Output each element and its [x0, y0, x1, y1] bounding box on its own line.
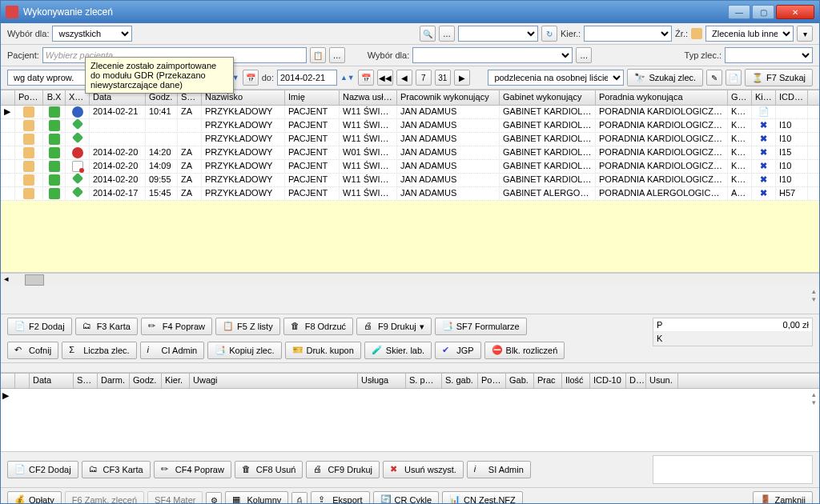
szukaj-zlec-button[interactable]: 🔭Szukaj zlec. — [627, 69, 703, 86]
date-from-calendar-icon[interactable]: 📅 — [243, 70, 259, 86]
settings-icon[interactable]: ⚙ — [206, 492, 222, 504]
f9-drukuj-button[interactable]: 🖨F9 Drukuj▾ — [356, 318, 432, 335]
col-gab[interactable]: Gab. — [728, 90, 752, 105]
cf3-karta-button[interactable]: 🗂CF3 Karta — [82, 461, 151, 478]
blk-rozliczen-button[interactable]: ⛔Blk. rozliczeń — [484, 342, 565, 359]
druk-kupon-button[interactable]: 🎫Druk. kupon — [285, 342, 361, 359]
table-row[interactable]: 2014-02-1715:45ZAPRZYKŁADOWYPACJENTW11 Ś… — [1, 187, 819, 201]
nav-month-icon[interactable]: 31 — [435, 70, 451, 86]
col-imie[interactable]: Imię — [285, 90, 340, 105]
col-kier[interactable]: Kier. — [752, 90, 776, 105]
cr-cykle-button[interactable]: 🔄CR Cykle — [373, 491, 439, 504]
scol-godz[interactable]: Godz. — [130, 374, 162, 388]
f2-dodaj-button[interactable]: 📄F2 Dodaj — [7, 318, 72, 335]
scol-spora[interactable]: S. pora. — [406, 374, 442, 388]
wybor-dla-combo[interactable]: wszystkich — [52, 26, 132, 42]
liczba-zlec-button[interactable]: ΣLiczba zlec. — [62, 342, 136, 359]
si-admin-button[interactable]: iSI Admin — [467, 461, 531, 478]
skier-lab-button[interactable]: 🧪Skier. lab. — [364, 342, 432, 359]
clear-button[interactable]: … — [439, 26, 455, 42]
scrollbar-thumb[interactable] — [25, 274, 44, 286]
pacjent-pick-button[interactable]: 📋 — [310, 47, 326, 63]
f4-popraw-button[interactable]: ✏F4 Popraw — [141, 318, 212, 335]
col-pracownik[interactable]: Pracownik wykonujący — [397, 90, 500, 105]
cf4-popraw-button[interactable]: ✏CF4 Popraw — [154, 461, 231, 478]
table-row[interactable]: PRZYKŁADOWYPACJENTW11 ŚWIADCJAN ADAMUSGA… — [1, 119, 819, 133]
dropdown-icon[interactable]: ▾ — [420, 322, 424, 332]
sf7-formularze-button[interactable]: 📑SF7 Formularze — [435, 318, 527, 335]
misc-icon[interactable]: ⎙ — [291, 492, 308, 504]
f8-odrzuc-button[interactable]: 🗑F8 Odrzuć — [283, 318, 353, 335]
date-to-calendar-icon[interactable]: 📅 — [358, 70, 374, 86]
nav-next-icon[interactable]: ▶ — [454, 70, 470, 86]
nav-prev-icon[interactable]: ◀ — [396, 70, 412, 86]
nav-week-icon[interactable]: 7 — [416, 70, 432, 86]
cf8-usun-button[interactable]: 🗑CF8 Usuń — [235, 461, 303, 478]
scol-uwagi[interactable]: Uwagi — [190, 374, 358, 388]
scol-gab[interactable]: Gab. — [506, 374, 534, 388]
zr-options-button[interactable]: ▾ — [797, 26, 813, 42]
splitter[interactable] — [1, 363, 819, 373]
cf9-drukuj-button[interactable]: 🖨CF9 Drukuj — [306, 461, 380, 478]
podzlec-combo[interactable]: podzlecenia na osobnej liście — [488, 70, 624, 86]
jgp-button[interactable]: ✔JGP — [435, 342, 480, 359]
scol-pora[interactable]: Pora. — [478, 374, 506, 388]
scol-darm[interactable]: Darm. — [98, 374, 130, 388]
f5-zlisty-button[interactable]: 📋F5 Z listy — [215, 318, 280, 335]
scol-prac[interactable]: Prac — [534, 374, 562, 388]
scol-sgab[interactable]: S. gab. — [442, 374, 478, 388]
kopiuj-zlec-button[interactable]: 📑Kopiuj zlec. — [207, 342, 281, 359]
table-row[interactable]: PRZYKŁADOWYPACJENTW11 ŚWIADCJAN ADAMUSGA… — [1, 133, 819, 146]
scol-data[interactable]: Data — [30, 374, 74, 388]
cn-zest-nfz-button[interactable]: 📊CN Zest.NFZ — [442, 491, 523, 504]
scol-usun[interactable]: Usun. — [646, 374, 678, 388]
date-to-spinner[interactable]: ▲▼ — [340, 74, 355, 82]
table-row[interactable]: 2014-02-2009:55ZAPRZYKŁADOWYPACJENTW11 Ś… — [1, 174, 819, 187]
scol-usluga[interactable]: Usługa — [358, 374, 406, 388]
col-indicator[interactable] — [1, 90, 15, 105]
zr-combo[interactable]: Zlecenia lub inne — [705, 26, 794, 42]
scol-check[interactable] — [15, 374, 30, 388]
typ-zlec-combo[interactable] — [725, 47, 813, 63]
col-bx[interactable]: B.X — [43, 90, 66, 105]
close-button[interactable]: ✕ — [776, 5, 814, 19]
minimize-button[interactable]: — — [728, 5, 750, 19]
usun-wszyst-button[interactable]: ✖Usuń wszyst. — [383, 461, 464, 478]
pen-icon[interactable]: ✎ — [706, 70, 722, 86]
cofnij-button[interactable]: ↶Cofnij — [7, 342, 58, 359]
date-to-input[interactable] — [277, 70, 337, 86]
scol-dz[interactable]: Dz. — [626, 374, 646, 388]
col-gabinet[interactable]: Gabinet wykonujący — [500, 90, 596, 105]
eksport-button[interactable]: ⇪Eksport — [311, 491, 369, 504]
table-row[interactable]: ▶2014-02-2110:41ZAPRZYKŁADOWYPACJENTW11 … — [1, 106, 819, 119]
f7-szukaj-button[interactable]: ⏳F7 Szukaj — [745, 69, 813, 86]
refresh-icon[interactable]: ↻ — [541, 26, 557, 42]
search-icon-button[interactable]: 🔍 — [420, 26, 436, 42]
collapse-icon[interactable]: ▴▾ — [812, 287, 816, 303]
maximize-button[interactable]: ▢ — [752, 5, 774, 19]
main-grid-body[interactable]: ▶2014-02-2110:41ZAPRZYKŁADOWYPACJENTW11 … — [1, 106, 819, 201]
wybor-dla-2-combo[interactable] — [412, 47, 573, 63]
scol-kier[interactable]: Kier. — [162, 374, 190, 388]
horizontal-scrollbar[interactable]: ◂ — [1, 273, 819, 286]
scol-indicator[interactable] — [1, 374, 15, 388]
kolumny-button[interactable]: ▦Kolumny — [225, 491, 288, 504]
sub-collapse-icon[interactable]: ▴▾ — [812, 390, 816, 406]
oplaty-button[interactable]: 💰Opłaty — [7, 491, 62, 504]
scol-stat[interactable]: Stat. — [74, 374, 98, 388]
sub-grid-body[interactable]: ▶ ▴▾ — [1, 389, 819, 451]
f3-karta-button[interactable]: 🗂F3 Karta — [75, 318, 138, 335]
col-usluga[interactable]: Nazwa usługi — [340, 90, 397, 105]
col-icd10[interactable]: ICD-10 — [776, 90, 808, 105]
empty-combo-1[interactable] — [458, 26, 538, 42]
col-portal[interactable]: Portal — [15, 90, 43, 105]
table-row[interactable]: 2014-02-2014:20ZAPRZYKŁADOWYPACJENTW01 Ś… — [1, 146, 819, 160]
col-poradnia[interactable]: Poradnia wykonująca — [596, 90, 728, 105]
scol-icd[interactable]: ICD-10 — [590, 374, 626, 388]
doc-icon[interactable]: 📄 — [726, 70, 742, 86]
cf2-dodaj-button[interactable]: 📄CF2 Dodaj — [7, 461, 78, 478]
wybor-clear-button[interactable]: … — [576, 47, 592, 63]
nav-first-icon[interactable]: ◀◀ — [377, 70, 393, 86]
ci-admin-button[interactable]: iCI Admin — [140, 342, 205, 359]
scol-ilosc[interactable]: Ilość — [562, 374, 590, 388]
